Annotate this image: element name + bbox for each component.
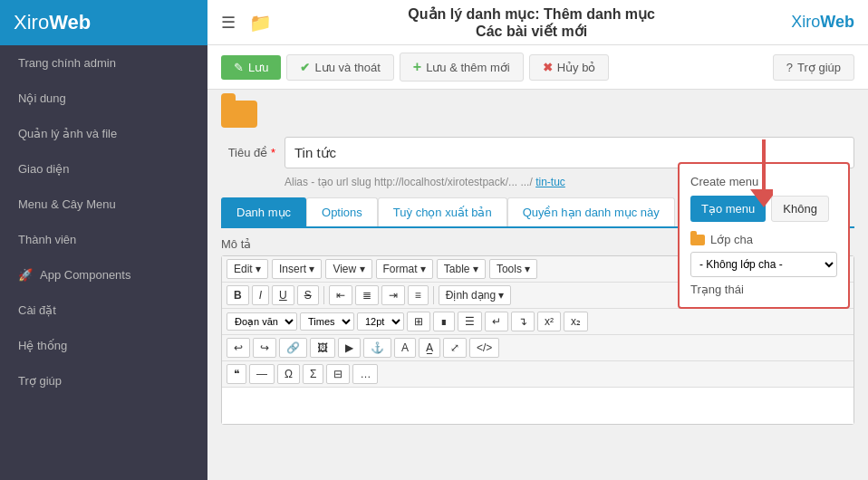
format-menu-btn[interactable]: Format ▾ <box>376 259 433 279</box>
save-new-button[interactable]: + Lưu & thêm mới <box>400 53 524 82</box>
sidebar-item-giao-dien[interactable]: Giao diện <box>0 151 207 187</box>
special-char-btn[interactable]: Ω <box>277 364 300 384</box>
subscript-btn[interactable]: x₂ <box>564 312 588 331</box>
sidebar-item-label: Trợ giúp <box>18 374 62 388</box>
undo-btn[interactable]: ↩ <box>227 338 250 358</box>
editor-body[interactable] <box>222 388 854 424</box>
topbar-brand: XiroWeb <box>791 13 854 32</box>
sidebar: XiroWeb Trang chính admin Nội dung Quản … <box>0 0 207 480</box>
sidebar-item-label: Thành viên <box>18 233 76 246</box>
sidebar-logo[interactable]: XiroWeb <box>0 0 207 45</box>
sidebar-item-label: Quản lý ảnh và file <box>18 127 117 140</box>
separator2 <box>433 286 434 304</box>
logo-xiro: Xiro <box>14 11 49 34</box>
question-icon: ? <box>786 61 793 74</box>
sidebar-item-cai-dat[interactable]: Cài đặt <box>0 293 207 328</box>
symbol-btn[interactable]: Σ <box>303 364 323 384</box>
redo-btn[interactable]: ↪ <box>253 338 276 358</box>
sidebar-item-quan-ly-anh[interactable]: Quản lý ảnh và file <box>0 116 207 151</box>
sidebar-item-tro-giup[interactable]: Trợ giúp <box>0 363 207 398</box>
table-icon-btn[interactable]: ⊞ <box>407 312 430 331</box>
tools-menu-btn[interactable]: Tools ▾ <box>489 259 537 279</box>
more-btn[interactable]: … <box>352 364 378 384</box>
parent-section: Lớp cha <box>690 233 837 246</box>
page-title: Quản lý danh mục: Thêm danh mục Các bài … <box>285 5 777 40</box>
code-btn[interactable]: </> <box>469 338 499 358</box>
save-button[interactable]: ✎ Lưu <box>221 55 281 80</box>
superscript-btn[interactable]: x² <box>537 312 561 331</box>
italic-btn[interactable]: I <box>252 285 269 305</box>
hamburger-icon[interactable]: ☰ <box>221 13 236 33</box>
highlight-btn[interactable]: A̲ <box>419 338 440 358</box>
align-justify-btn[interactable]: ≡ <box>408 285 429 305</box>
tab-danh-muc[interactable]: Danh mục <box>221 197 306 226</box>
folder-icon-topbar: 📁 <box>249 12 272 34</box>
link-btn[interactable]: 🔗 <box>279 338 307 358</box>
logo-web: Web <box>49 11 91 34</box>
folder-icon-panel <box>690 235 705 245</box>
image-btn[interactable]: 🖼 <box>310 338 335 358</box>
tab-tuy-chon-xuat-ban[interactable]: Tuỳ chọn xuất bản <box>378 197 507 226</box>
editor-toolbar-3: Đoạn văn Times 12pt ⊞ ∎ ☰ ↵ ↴ x² x₂ <box>222 309 854 335</box>
help-button[interactable]: ? Trợ giúp <box>773 54 854 81</box>
plus-icon: + <box>413 59 421 75</box>
fullscreen-btn[interactable]: ⤢ <box>443 338 467 358</box>
anchor-btn[interactable]: ⚓ <box>363 338 391 358</box>
dinh-dang-btn[interactable]: Định dạng ▾ <box>439 285 512 305</box>
alias-link[interactable]: tin-tuc <box>535 176 565 188</box>
align-center-btn[interactable]: ≣ <box>355 285 379 305</box>
sidebar-item-menu-cay-menu[interactable]: Menu & Cây Menu <box>0 187 207 222</box>
strikethrough-btn[interactable]: S <box>297 285 319 305</box>
sidebar-item-label: Hệ thống <box>18 339 67 352</box>
separator <box>323 286 324 304</box>
action-bar: ✎ Lưu ✔ Lưu và thoát + Lưu & thêm mới ✖ … <box>207 45 868 90</box>
editor-toolbar-5: ❝ — Ω Σ ⊟ … <box>222 361 854 388</box>
sidebar-item-label: Cài đặt <box>18 303 56 317</box>
folder-icon-large <box>221 101 257 128</box>
hr-btn[interactable]: — <box>249 364 275 384</box>
x-icon: ✖ <box>543 61 553 74</box>
no-button[interactable]: Không <box>771 196 829 222</box>
color-btn[interactable]: A <box>394 338 416 358</box>
indent-btn[interactable]: ↵ <box>485 312 508 331</box>
media-btn[interactable]: ▶ <box>338 338 361 358</box>
parent-select[interactable]: - Không lớp cha - <box>690 252 837 277</box>
insert-menu-btn[interactable]: Insert ▾ <box>272 259 322 279</box>
tab-quyen-han[interactable]: Quyền hạn danh mục này <box>507 197 675 226</box>
svg-marker-1 <box>750 189 773 207</box>
sidebar-item-thanh-vien[interactable]: Thành viên <box>0 222 207 257</box>
arrow-indicator <box>719 139 773 212</box>
align-right-btn[interactable]: ⇥ <box>381 285 405 305</box>
cancel-button[interactable]: ✖ Hủy bỏ <box>529 54 610 81</box>
sidebar-item-label: Giao diện <box>18 162 69 176</box>
font-select[interactable]: Times <box>300 312 354 331</box>
sidebar-item-trang-chinh[interactable]: Trang chính admin <box>0 45 207 81</box>
paragraph-select[interactable]: Đoạn văn <box>227 312 297 331</box>
sidebar-item-label: Trang chính admin <box>18 56 116 70</box>
block-quote-btn[interactable]: ❝ <box>227 364 246 384</box>
sidebar-item-noi-dung[interactable]: Nội dung <box>0 81 207 116</box>
title-label: Tiêu đề * <box>221 146 275 159</box>
rocket-icon: 🚀 <box>18 268 33 282</box>
table-menu-btn[interactable]: Table ▾ <box>437 259 486 279</box>
parent-label: Lớp cha <box>710 233 753 246</box>
table2-btn[interactable]: ⊟ <box>326 364 350 384</box>
bold-btn[interactable]: B <box>227 285 249 305</box>
size-select[interactable]: 12pt <box>357 312 404 331</box>
view-menu-btn[interactable]: View ▾ <box>325 259 371 279</box>
sidebar-item-app-components[interactable]: 🚀 App Components <box>0 257 207 293</box>
sidebar-item-he-thong[interactable]: Hệ thống <box>0 328 207 363</box>
trang-thai-label: Trạng thái <box>690 283 837 296</box>
underline-btn[interactable]: U <box>272 285 294 305</box>
check-icon: ✔ <box>300 61 310 74</box>
tab-options[interactable]: Options <box>306 197 378 226</box>
sidebar-item-label: App Components <box>40 268 130 282</box>
topbar: ☰ 📁 Quản lý danh mục: Thêm danh mục Các … <box>207 0 868 45</box>
outdent-btn[interactable]: ↴ <box>511 312 535 331</box>
align-left-btn[interactable]: ⇤ <box>329 285 352 305</box>
ordered-list-btn[interactable]: ∎ <box>433 312 455 331</box>
save-exit-button[interactable]: ✔ Lưu và thoát <box>286 54 393 81</box>
edit-menu-btn[interactable]: Edit ▾ <box>227 259 268 279</box>
unordered-list-btn[interactable]: ☰ <box>458 312 482 331</box>
save-icon: ✎ <box>234 61 244 74</box>
